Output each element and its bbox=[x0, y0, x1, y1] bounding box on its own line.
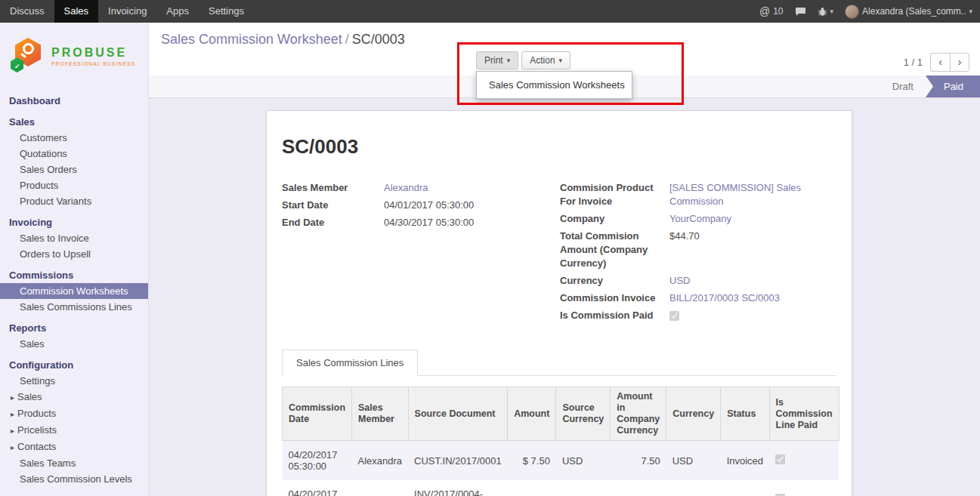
field-group-right: Commision Product For Invoice [SALES COM… bbox=[560, 181, 836, 328]
table-header-row: Commission Date Sales Member Source Docu… bbox=[283, 387, 839, 441]
field-groups: Sales Member Alexandra Start Date 04/01/… bbox=[282, 181, 836, 328]
tab-sales-commission-lines[interactable]: Sales Commission Lines bbox=[282, 350, 418, 376]
sidebar-section-reports[interactable]: Reports bbox=[0, 320, 148, 336]
sidebar-item-sales-to-invoice[interactable]: Sales to Invoice bbox=[0, 230, 148, 246]
sidebar-item-quotations[interactable]: Quotations bbox=[0, 146, 148, 162]
messages-menu[interactable] bbox=[795, 7, 806, 17]
form-sheet: SC/0003 Sales Member Alexandra Start Dat… bbox=[266, 110, 852, 496]
sidebar-item-pricelists[interactable]: ▸Pricelists bbox=[0, 422, 148, 439]
commission-lines-table: Commission Date Sales Member Source Docu… bbox=[282, 387, 839, 496]
top-navbar: Discuss Sales Invoicing Apps Settings @ … bbox=[0, 0, 980, 23]
action-button[interactable]: Action ▾ bbox=[521, 51, 570, 69]
pager: 1 / 1 ‹ › bbox=[904, 53, 969, 72]
table-row[interactable]: 04/20/2017 05:30:00 Alexandra INV/2017/0… bbox=[283, 480, 839, 496]
sidebar-item-orders-to-upsell[interactable]: Orders to Upsell bbox=[0, 246, 148, 262]
cell-sales-member: Alexandra bbox=[352, 480, 409, 496]
sidebar-item-reports-sales[interactable]: Sales bbox=[0, 336, 148, 352]
avatar bbox=[845, 5, 859, 19]
sidebar-section-commissions[interactable]: Commissions bbox=[0, 267, 148, 283]
status-step-draft[interactable]: Draft bbox=[880, 75, 926, 97]
breadcrumb-current: SC/0003 bbox=[352, 32, 405, 47]
cell-status: Invoiced bbox=[721, 441, 769, 481]
sidebar-item-sales-commissions-lines[interactable]: Sales Commissions Lines bbox=[0, 299, 148, 315]
activity-menu[interactable]: @ 10 bbox=[759, 5, 784, 17]
field-label: Commission Invoice bbox=[560, 291, 669, 305]
print-button-label: Print bbox=[484, 55, 503, 66]
field-commission-invoice: Commission Invoice BILL/2017/0003 SC/000… bbox=[560, 291, 836, 305]
sidebar-item-contacts[interactable]: ▸Contacts bbox=[0, 439, 148, 455]
sidebar-item-config-products[interactable]: ▸Products bbox=[0, 405, 148, 422]
sidebar-item-sales-teams[interactable]: Sales Teams bbox=[0, 455, 148, 471]
col-header-currency: Currency bbox=[666, 387, 721, 441]
app-menu-invoicing[interactable]: Invoicing bbox=[98, 0, 156, 23]
field-label: Total Commision Amount (Company Currency… bbox=[560, 230, 669, 270]
field-value-company[interactable]: YourCompany bbox=[669, 212, 731, 226]
sidebar-section-sales[interactable]: Sales bbox=[0, 114, 148, 130]
field-label: Start Date bbox=[282, 199, 384, 212]
cell-commission-date: 04/20/2017 05:30:00 bbox=[283, 441, 352, 481]
field-value-total-commission: $44.70 bbox=[669, 230, 700, 270]
chevron-down-icon: ▾ bbox=[507, 57, 511, 64]
mention-icon: @ bbox=[759, 5, 770, 17]
col-header-commission-date: Commission Date bbox=[283, 387, 352, 441]
logo-subtitle: PROFESSIONAL BUSINESS bbox=[51, 61, 135, 66]
main-area: Sales Commission Worksheet/SC/0003 Print… bbox=[149, 23, 980, 496]
field-label: End Date bbox=[282, 216, 384, 230]
user-menu[interactable]: Alexandra (Sales_comm.. ▾ bbox=[845, 5, 972, 19]
field-label: Is Commission Paid bbox=[560, 309, 669, 325]
field-is-commission-paid: Is Commission Paid bbox=[560, 309, 836, 325]
sidebar-item-sales-orders[interactable]: Sales Orders bbox=[0, 162, 148, 177]
sidebar-section-configuration[interactable]: Configuration bbox=[0, 357, 148, 373]
sidebar-menu: Dashboard Sales Customers Quotations Sal… bbox=[0, 93, 148, 487]
app-menu-apps[interactable]: Apps bbox=[156, 0, 199, 23]
menu-item-sales-commission-worksheets[interactable]: Sales Commission Worksheets bbox=[477, 75, 632, 94]
probuse-logo[interactable]: ✓ PROBUSE PROFESSIONAL BUSINESS bbox=[0, 23, 148, 88]
sidebar-item-product-variants[interactable]: Product Variants bbox=[0, 193, 148, 209]
sidebar-item-products[interactable]: Products bbox=[0, 177, 148, 193]
field-value-commission-product[interactable]: [SALES COMMISSION] Sales Commission bbox=[669, 181, 836, 208]
sidebar-item-commission-worksheets[interactable]: Commission Worksheets bbox=[0, 283, 148, 299]
breadcrumb-separator: / bbox=[342, 32, 352, 47]
print-button[interactable]: Print ▾ bbox=[476, 51, 518, 69]
field-start-date: Start Date 04/01/2017 05:30:00 bbox=[282, 199, 560, 212]
app-menu-settings[interactable]: Settings bbox=[199, 0, 254, 23]
sidebar-item-sales-commission-levels[interactable]: Sales Commission Levels bbox=[0, 471, 148, 487]
field-value-sales-member[interactable]: Alexandra bbox=[384, 181, 428, 195]
cell-source-currency: USD bbox=[556, 441, 611, 481]
print-dropdown-menu: Sales Commission Worksheets bbox=[476, 71, 632, 99]
field-label: Commision Product For Invoice bbox=[560, 181, 669, 208]
table-row[interactable]: 04/20/2017 05:30:00 Alexandra CUST.IN/20… bbox=[283, 441, 839, 481]
field-value-commission-invoice[interactable]: BILL/2017/0003 SC/0003 bbox=[669, 291, 780, 305]
sidebar-item-dashboard[interactable]: Dashboard bbox=[0, 93, 148, 109]
field-total-commission-amount: Total Commision Amount (Company Currency… bbox=[560, 230, 836, 270]
col-header-status: Status bbox=[721, 387, 769, 441]
app-menu-sales[interactable]: Sales bbox=[54, 0, 99, 23]
chevron-down-icon: ▾ bbox=[969, 8, 972, 15]
field-currency: Currency USD bbox=[560, 274, 836, 288]
sidebar-item-settings[interactable]: Settings bbox=[0, 373, 148, 389]
status-step-paid[interactable]: Paid bbox=[926, 75, 980, 97]
record-title: SC/0003 bbox=[282, 135, 836, 159]
pager-value: 1 / 1 bbox=[904, 57, 923, 68]
probuse-logo-icon: ✓ bbox=[11, 36, 45, 75]
cell-line-paid bbox=[769, 441, 839, 481]
sidebar-section-invoicing[interactable]: Invoicing bbox=[0, 214, 148, 230]
app-menu-discuss[interactable]: Discuss bbox=[0, 0, 54, 23]
field-value-currency[interactable]: USD bbox=[669, 274, 690, 288]
probuse-logo-text: PROBUSE PROFESSIONAL BUSINESS bbox=[51, 46, 135, 66]
pager-previous-button[interactable]: ‹ bbox=[930, 53, 950, 72]
caret-right-icon: ▸ bbox=[11, 393, 14, 402]
sidebar-item-label: Pricelists bbox=[17, 424, 57, 436]
sidebar-item-customers[interactable]: Customers bbox=[0, 130, 148, 146]
field-group-left: Sales Member Alexandra Start Date 04/01/… bbox=[282, 181, 560, 328]
bug-icon bbox=[818, 7, 827, 17]
pager-next-button[interactable]: › bbox=[950, 53, 969, 72]
col-header-source-document: Source Document bbox=[408, 387, 508, 441]
breadcrumb: Sales Commission Worksheet/SC/0003 bbox=[149, 23, 980, 48]
pager-buttons: ‹ › bbox=[930, 53, 969, 72]
breadcrumb-parent-link[interactable]: Sales Commission Worksheet bbox=[161, 32, 342, 47]
cell-currency: USD bbox=[666, 480, 721, 496]
debug-menu[interactable]: ▾ bbox=[818, 7, 834, 17]
sidebar-item-config-sales[interactable]: ▸Sales bbox=[0, 389, 148, 405]
field-label: Sales Member bbox=[282, 181, 384, 195]
